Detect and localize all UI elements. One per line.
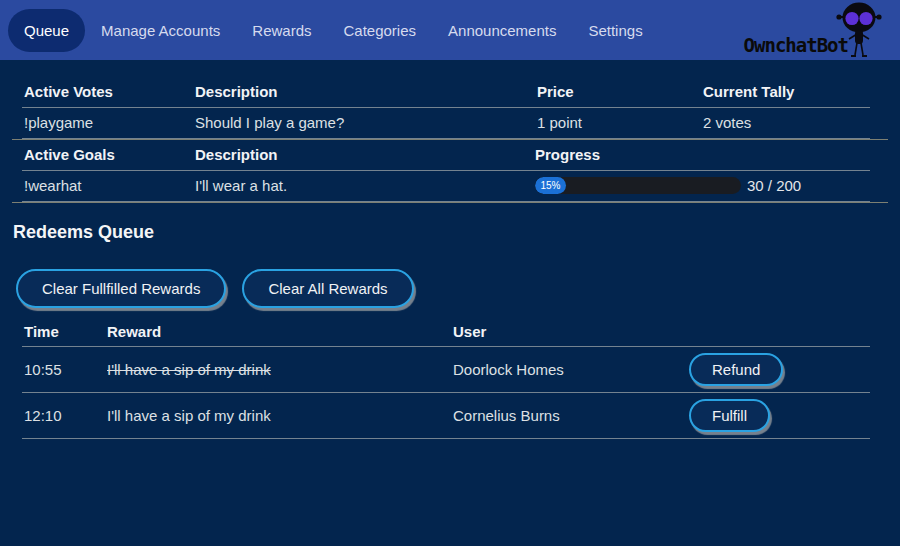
main-content: Active Votes Description Price Current T…	[0, 77, 900, 439]
votes-header-tally: Current Tally	[701, 77, 870, 108]
redeems-row: 10:55 I'll have a sip of my drink Doorlo…	[22, 347, 870, 393]
active-goals-header-row: Active Goals Description Progress	[22, 140, 870, 171]
nav-tab-manage-accounts[interactable]: Manage Accounts	[85, 9, 236, 52]
robot-mascot-icon	[834, 2, 884, 60]
goal-progress-bar: 15%	[535, 177, 741, 194]
redeems-queue-title: Redeems Queue	[13, 222, 888, 243]
progress-count-label: 30 / 200	[747, 177, 801, 194]
goals-header-command: Active Goals	[22, 140, 193, 171]
nav-tab-categories[interactable]: Categories	[327, 9, 432, 52]
goal-description: I'll wear a hat.	[193, 171, 533, 202]
app-logo-text: OwnchatBot	[744, 34, 848, 56]
redeem-user: Doorlock Homes	[451, 347, 687, 393]
redeem-time: 10:55	[22, 347, 105, 393]
nav-tab-announcements[interactable]: Announcements	[432, 9, 572, 52]
section-divider	[12, 202, 888, 203]
redeems-header-action	[687, 319, 870, 347]
redeems-header-row: Time Reward User	[22, 319, 870, 347]
active-votes-table: Active Votes Description Price Current T…	[22, 77, 870, 139]
fulfill-button[interactable]: Fulfill	[689, 399, 770, 432]
votes-header-description: Description	[193, 77, 535, 108]
clear-all-rewards-button[interactable]: Clear All Rewards	[242, 269, 413, 308]
votes-header-command: Active Votes	[22, 77, 193, 108]
redeem-reward-text: I'll have a sip of my drink	[107, 361, 271, 378]
nav-tab-settings[interactable]: Settings	[572, 9, 658, 52]
redeems-row: 12:10 I'll have a sip of my drink Cornel…	[22, 393, 870, 439]
vote-price: 1 point	[535, 108, 701, 139]
redeems-header-time: Time	[22, 319, 105, 347]
redeem-reward-text: I'll have a sip of my drink	[107, 407, 271, 424]
redeem-reward: I'll have a sip of my drink	[105, 393, 451, 439]
redeems-header-user: User	[451, 319, 687, 347]
vote-description: Should I play a game?	[193, 108, 535, 139]
active-goals-table: Active Goals Description Progress !wearh…	[22, 140, 870, 202]
votes-header-price: Price	[535, 77, 701, 108]
redeem-user: Cornelius Burns	[451, 393, 687, 439]
active-votes-row: !playgame Should I play a game? 1 point …	[22, 108, 870, 139]
redeem-action-cell: Fulfill	[687, 393, 870, 439]
goal-progress-cell: 15% 30 / 200	[533, 171, 870, 202]
progress-fill: 15%	[535, 177, 566, 194]
redeems-queue-table: Time Reward User 10:55 I'll have a sip o…	[22, 319, 870, 439]
progress-percent-label: 15%	[540, 180, 560, 191]
top-navbar: Queue Manage Accounts Rewards Categories…	[0, 0, 900, 60]
vote-tally: 2 votes	[701, 108, 870, 139]
redeem-time: 12:10	[22, 393, 105, 439]
clear-fulfilled-rewards-button[interactable]: Clear Fullfilled Rewards	[16, 269, 226, 308]
redeem-action-cell: Refund	[687, 347, 870, 393]
refund-button[interactable]: Refund	[689, 353, 783, 386]
goal-command: !wearhat	[22, 171, 193, 202]
goals-header-description: Description	[193, 140, 533, 171]
active-votes-header-row: Active Votes Description Price Current T…	[22, 77, 870, 108]
nav-tab-queue[interactable]: Queue	[8, 9, 85, 52]
active-goals-row: !wearhat I'll wear a hat. 15% 30 / 200	[22, 171, 870, 202]
redeem-reward: I'll have a sip of my drink	[105, 347, 451, 393]
redeems-actions: Clear Fullfilled Rewards Clear All Rewar…	[16, 269, 888, 308]
vote-command: !playgame	[22, 108, 193, 139]
goals-header-progress: Progress	[533, 140, 870, 171]
nav-tab-rewards[interactable]: Rewards	[236, 9, 327, 52]
redeems-header-reward: Reward	[105, 319, 451, 347]
